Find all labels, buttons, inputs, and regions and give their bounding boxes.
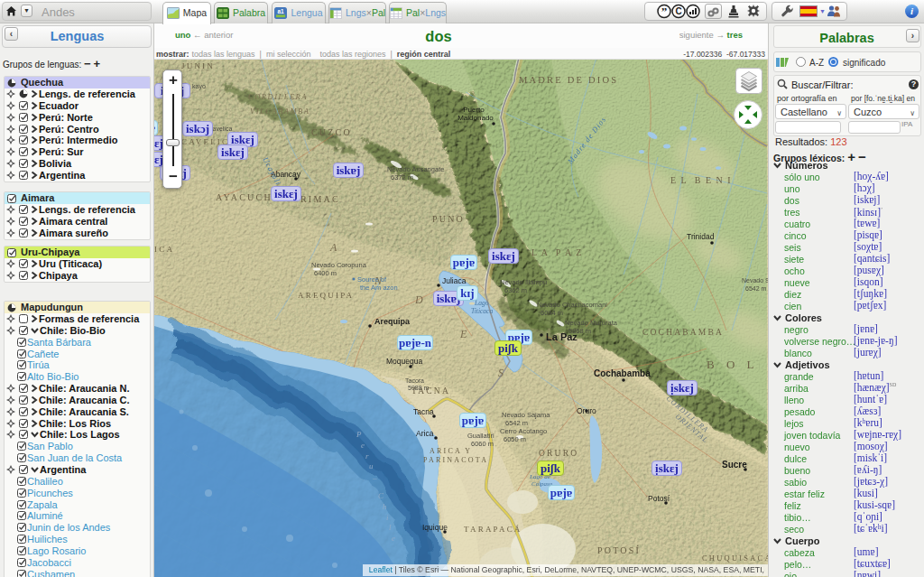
svg-text:MADRE DE DIOS: MADRE DE DIOS xyxy=(519,75,618,85)
svg-text:u: u xyxy=(369,461,374,470)
svg-text:6362 m: 6362 m xyxy=(504,286,527,294)
svg-text:Nevado Illampu: Nevado Illampu xyxy=(500,278,547,286)
svg-text:Iquique: Iquique xyxy=(422,523,448,532)
svg-text:ORURO: ORURO xyxy=(539,449,578,458)
svg-text:CORDILLERA: CORDILLERA xyxy=(248,92,308,101)
svg-text:Guallatiri: Guallatiri xyxy=(467,432,494,440)
svg-text:C: C xyxy=(675,6,681,16)
svg-text:Source of: Source of xyxy=(357,275,387,284)
svg-text:6542 m: 6542 m xyxy=(745,285,767,292)
svg-text:P: P xyxy=(356,430,362,439)
svg-text:6372 m: 6372 m xyxy=(391,173,413,181)
svg-text:Nevado Chachacomani: Nevado Chachacomani xyxy=(537,301,607,309)
svg-text:the Am azon: the Am azon xyxy=(360,284,398,292)
svg-text:JUNIN: JUNIN xyxy=(181,61,215,70)
svg-text:Titicaca: Titicaca xyxy=(471,307,493,315)
svg-text:Cochabamba: Cochabamba xyxy=(594,368,651,378)
svg-text:e: e xyxy=(361,441,365,450)
svg-text:E: E xyxy=(459,328,467,340)
svg-text:CUZCO: CUZCO xyxy=(311,127,352,137)
svg-text:6050 m: 6050 m xyxy=(504,435,526,443)
svg-text:PARINACOTA: PARINACOTA xyxy=(423,456,488,464)
svg-text:Nevado Coropuna: Nevado Coropuna xyxy=(311,261,367,269)
svg-text:ICA: ICA xyxy=(154,245,174,254)
svg-text:Tacna: Tacna xyxy=(413,407,434,416)
svg-text:”: ” xyxy=(661,5,668,18)
svg-text:CHUQUISACA: CHUQUISACA xyxy=(702,554,768,563)
svg-text:6094 m: 6094 m xyxy=(541,309,563,317)
svg-text:Nevado Mururata: Nevado Mururata xyxy=(565,319,618,327)
svg-text:POTOSÍ: POTOSÍ xyxy=(597,545,641,555)
svg-text:5988 m: 5988 m xyxy=(408,385,430,391)
svg-text:Sucre: Sucre xyxy=(722,460,747,470)
svg-text:Nevado Ausangate: Nevado Ausangate xyxy=(387,165,444,173)
svg-text:B O L: B O L xyxy=(707,358,759,371)
svg-text:VILCABAMBA: VILCABAMBA xyxy=(250,107,310,116)
svg-text:D: D xyxy=(414,293,423,306)
svg-text:Juliaca: Juliaca xyxy=(442,276,467,285)
svg-text:6542 m: 6542 m xyxy=(505,419,528,427)
svg-text:ARICA Y: ARICA Y xyxy=(430,447,472,455)
svg-text:Arequipa: Arequipa xyxy=(374,317,411,326)
svg-text:Nevado Sajama: Nevado Sajama xyxy=(502,411,550,419)
svg-text:Maldonado: Maldonado xyxy=(457,114,494,122)
svg-text:S: S xyxy=(498,367,504,379)
svg-text:6400 m: 6400 m xyxy=(314,269,337,277)
svg-text:_: _ xyxy=(372,471,377,480)
svg-text:Puerto: Puerto xyxy=(463,106,485,114)
svg-text:Cerro Acotango: Cerro Acotango xyxy=(500,427,547,435)
svg-text:kayo: kayo xyxy=(192,83,206,90)
svg-text:5868 m: 5868 m xyxy=(568,327,591,335)
svg-text:r: r xyxy=(365,451,369,461)
svg-text:A: A xyxy=(329,241,337,254)
svg-text:Moquegua: Moquegua xyxy=(386,357,422,366)
svg-text:Nevado So: Nevado So xyxy=(742,277,768,284)
svg-text:e: e xyxy=(392,534,395,543)
svg-text:Arica: Arica xyxy=(416,429,434,438)
svg-text:L A P A Z: L A P A Z xyxy=(531,247,583,257)
svg-text:E L B E N I: E L B E N I xyxy=(670,175,732,185)
svg-text:TARAPACÁ: TARAPACÁ xyxy=(464,525,522,534)
svg-text:6060 m: 6060 m xyxy=(471,440,494,448)
svg-text:RIMAC: RIMAC xyxy=(300,194,340,204)
svg-text:PUNO: PUNO xyxy=(432,214,465,224)
svg-text:Potosí: Potosí xyxy=(648,494,670,503)
svg-text:Trinidad: Trinidad xyxy=(687,232,715,241)
svg-text:C: C xyxy=(378,491,384,500)
svg-text:AREQUIPA: AREQUIPA xyxy=(298,291,354,300)
svg-text:h: h xyxy=(383,502,387,511)
svg-text:COCHABAMBA: COCHABAMBA xyxy=(642,328,724,337)
svg-text:Tacora: Tacora xyxy=(405,377,424,384)
svg-text:a1: a1 xyxy=(278,8,285,14)
